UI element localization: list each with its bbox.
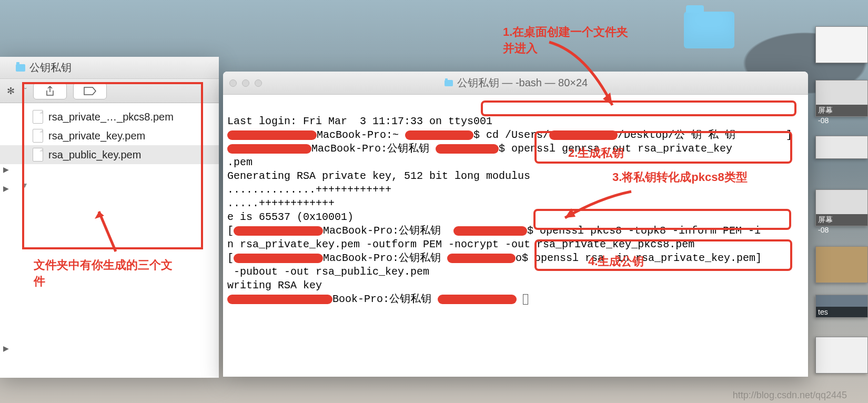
term-line: -pubout -out rsa_public_key.pem xyxy=(227,266,429,278)
redaction xyxy=(447,254,516,263)
term-line: [ xyxy=(227,225,234,237)
annotation-box xyxy=(533,209,791,230)
finder-titlebar[interactable]: 公钥私钥 xyxy=(0,57,219,79)
annotation-box xyxy=(481,100,796,116)
annotation-text: 4.生成公钥 xyxy=(588,254,644,270)
cursor xyxy=(523,294,528,305)
redaction xyxy=(227,295,332,304)
folder-icon xyxy=(445,80,453,86)
redaction xyxy=(453,226,527,236)
gear-icon[interactable]: ✻ xyxy=(3,85,18,97)
redaction xyxy=(227,144,311,154)
terminal-body[interactable]: Last login: Fri Mar 3 11:17:33 on ttys00… xyxy=(223,95,808,313)
term-line: .pem xyxy=(227,156,253,168)
finder-window: 公钥私钥 ✻ ˇ ▶ ▶ ▼ rsa_private_…_pkcs8.pem r… xyxy=(0,57,219,378)
desktop-folder-icon[interactable] xyxy=(684,12,734,48)
annotation-text: 1.在桌面创建一个文件夹 并进入 xyxy=(503,24,640,57)
thumbnail[interactable]: 屏幕-08 xyxy=(815,80,868,117)
redaction xyxy=(436,144,499,154)
thumbnail[interactable] xyxy=(815,26,868,63)
redaction xyxy=(234,226,323,236)
minimize-icon[interactable] xyxy=(242,79,249,87)
annotation-box xyxy=(22,82,203,249)
term-line: MacBook-Pro:公钥私钥 xyxy=(323,252,447,264)
term-line: ..............++++++++++++ xyxy=(227,184,391,196)
finder-title: 公钥私钥 xyxy=(29,61,72,75)
term-line: Generating RSA private key, 512 bit long… xyxy=(227,170,530,182)
annotation-text: 3.将私钥转化成pkcs8类型 xyxy=(612,169,781,186)
term-line: MacBook-Pro:~ xyxy=(317,129,405,141)
term-line: .....++++++++++++ xyxy=(227,197,335,209)
term-line: [ xyxy=(227,252,234,264)
watermark: http://blog.csdn.net/qq2445 xyxy=(733,390,847,401)
term-line: writing RSA key xyxy=(227,279,322,291)
term-line: Book-Pro:公钥私钥 xyxy=(332,293,438,305)
terminal-titlebar[interactable]: 公钥私钥 — -bash — 80×24 xyxy=(223,72,808,95)
traffic-lights[interactable] xyxy=(229,79,262,87)
redaction xyxy=(438,295,517,304)
thumbnail[interactable]: tes xyxy=(815,295,868,318)
terminal-title: 公钥私钥 — -bash — 80×24 xyxy=(457,76,588,90)
close-icon[interactable] xyxy=(229,79,237,87)
term-line: MacBook-Pro:公钥私钥 xyxy=(311,143,436,155)
thumbnail[interactable] xyxy=(815,246,868,283)
thumbnail[interactable]: 屏幕-08 xyxy=(815,189,868,226)
terminal-window: 公钥私钥 — -bash — 80×24 Last login: Fri Mar… xyxy=(223,72,808,377)
term-line: e is 65537 (0x10001) xyxy=(227,211,354,223)
zoom-icon[interactable] xyxy=(255,79,262,87)
annotation-text: 文件夹中有你生成的三个文件 xyxy=(34,257,181,290)
term-line: MacBook-Pro:公钥私钥 xyxy=(323,225,453,237)
thumbnail[interactable] xyxy=(815,337,868,374)
annotation-box xyxy=(534,239,792,271)
term-line: Last login: Fri Mar 3 11:17:33 on ttys00… xyxy=(227,115,492,127)
redaction xyxy=(227,130,317,140)
thumbnail[interactable] xyxy=(815,136,868,159)
redaction xyxy=(405,130,473,140)
annotation-text: 2.生成私钥 xyxy=(568,145,624,162)
redaction xyxy=(234,254,323,263)
folder-icon xyxy=(16,64,25,72)
